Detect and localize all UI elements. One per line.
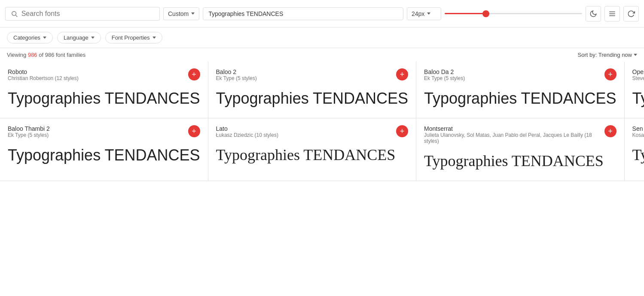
font-author: Łukasz Dziedzic (10 styles) [216, 132, 278, 138]
font-author: Steve Matteson (10 styles) [632, 75, 644, 81]
font-card-header: Baloo Da 2 Ek Type (5 styles) + [424, 68, 617, 85]
add-font-button[interactable]: + [604, 68, 617, 80]
categories-filter[interactable]: Categories [7, 32, 53, 43]
preview-text-input[interactable] [203, 7, 403, 20]
refresh-icon [627, 10, 635, 18]
font-author: Ek Type (5 styles) [8, 132, 50, 138]
status-bar: Viewing 986 of 986 font families Sort by… [0, 48, 644, 62]
language-chevron-icon [91, 37, 95, 39]
plus-icon: + [192, 127, 196, 135]
sort-label: Sort by: Trending now [578, 52, 632, 58]
font-card[interactable]: Sen Kosal Sen (3 styles) + Typographies … [625, 118, 644, 181]
font-author: Ek Type (5 styles) [424, 75, 465, 81]
plus-icon: + [192, 71, 196, 78]
font-properties-label: Font Properties [112, 34, 150, 41]
font-author: Ek Type (5 styles) [216, 75, 257, 81]
font-card[interactable]: Baloo Thambi 2 Ek Type (5 styles) + Typo… [0, 118, 208, 181]
font-card-header: Lato Łukasz Dziedzic (10 styles) + [216, 125, 409, 142]
font-name: Baloo 2 [216, 68, 257, 75]
font-name: Montserrat [424, 125, 604, 132]
font-grid: Roboto Christian Robertson (12 styles) +… [0, 62, 644, 181]
font-preview: Typographies TENDANCES [424, 89, 617, 108]
font-preview: Typographies TENDANCES [424, 152, 617, 170]
list-view-button[interactable] [604, 6, 620, 22]
language-label: Language [64, 34, 89, 41]
list-view-icon [608, 10, 616, 18]
custom-chevron-icon [191, 12, 195, 15]
plus-icon: + [608, 127, 613, 135]
search-icon [11, 10, 18, 18]
viewing-text: Viewing [7, 52, 28, 58]
font-properties-filter[interactable]: Font Properties [105, 32, 162, 43]
font-card-header: Sen Kosal Sen (3 styles) + [632, 125, 644, 142]
categories-label: Categories [13, 34, 40, 41]
filter-bar: Categories Language Font Properties [0, 28, 644, 48]
add-font-button[interactable]: + [188, 125, 200, 137]
add-font-button[interactable]: + [396, 125, 408, 137]
font-author: Christian Robertson (12 styles) [8, 75, 79, 81]
font-name: Sen [632, 125, 644, 132]
font-card-header: Open Sans Steve Matteson (10 styles) + [632, 68, 644, 85]
font-card[interactable]: Baloo Da 2 Ek Type (5 styles) + Typograp… [416, 62, 625, 118]
size-label: 24px [412, 10, 424, 17]
font-name: Lato [216, 125, 278, 132]
font-author: Kosal Sen (3 styles) [632, 132, 644, 138]
slider-thumb[interactable] [482, 10, 489, 17]
add-font-button[interactable]: + [188, 68, 200, 80]
custom-label: Custom [168, 10, 189, 17]
font-preview: Typographies TENDANCES [8, 89, 200, 108]
font-card-header: Roboto Christian Robertson (12 styles) + [8, 68, 200, 85]
font-card[interactable]: Montserrat Julieta Ulanovsky, Sol Matas,… [416, 118, 625, 181]
font-name: Baloo Thambi 2 [8, 125, 50, 132]
font-name: Baloo Da 2 [424, 68, 465, 75]
font-card[interactable]: Open Sans Steve Matteson (10 styles) + T… [625, 62, 644, 118]
refresh-button[interactable] [623, 6, 639, 22]
font-name: Roboto [8, 68, 79, 75]
top-bar: Custom 24px [0, 0, 644, 28]
of-text: of 986 font families [37, 52, 86, 58]
add-font-button[interactable]: + [396, 68, 408, 80]
viewing-status: Viewing 986 of 986 font families [7, 52, 85, 58]
search-box[interactable] [5, 7, 160, 21]
sort-chevron-icon [634, 54, 637, 56]
font-preview: Typographies TENDANCES [632, 89, 644, 108]
search-input[interactable] [21, 10, 154, 18]
language-filter[interactable]: Language [57, 32, 101, 43]
dark-mode-button[interactable] [586, 6, 601, 22]
plus-icon: + [608, 71, 613, 78]
font-properties-chevron-icon [153, 37, 156, 39]
dark-mode-icon [589, 10, 597, 18]
sort-control[interactable]: Sort by: Trending now [578, 52, 637, 58]
font-author: Julieta Ulanovsky, Sol Matas, Juan Pablo… [424, 132, 604, 144]
plus-icon: + [400, 127, 405, 135]
font-card-header: Baloo Thambi 2 Ek Type (5 styles) + [8, 125, 200, 142]
slider-track[interactable] [445, 13, 582, 14]
font-preview: Typographies TENDANCES [216, 146, 409, 164]
plus-icon: + [400, 71, 405, 78]
font-size-slider-container [445, 13, 582, 14]
font-preview: Typographies TENDANCES [8, 146, 200, 164]
svg-line-1 [15, 15, 17, 17]
font-card[interactable]: Lato Łukasz Dziedzic (10 styles) + Typog… [208, 118, 417, 181]
categories-chevron-icon [43, 37, 46, 39]
font-card-header: Montserrat Julieta Ulanovsky, Sol Matas,… [424, 125, 617, 148]
size-chevron-icon [427, 12, 430, 15]
font-card-header: Baloo 2 Ek Type (5 styles) + [216, 68, 409, 85]
font-card[interactable]: Baloo 2 Ek Type (5 styles) + Typographie… [208, 62, 417, 118]
custom-dropdown[interactable]: Custom [163, 7, 199, 20]
font-preview: Typographies TENDANCES [216, 89, 409, 108]
font-count: 986 [28, 52, 37, 58]
size-dropdown[interactable]: 24px [407, 7, 441, 20]
font-name: Open Sans [632, 68, 644, 75]
font-preview: Typographies TENDANCES [632, 146, 644, 164]
svg-point-0 [12, 11, 16, 15]
add-font-button[interactable]: + [604, 125, 617, 137]
font-card[interactable]: Roboto Christian Robertson (12 styles) +… [0, 62, 208, 118]
